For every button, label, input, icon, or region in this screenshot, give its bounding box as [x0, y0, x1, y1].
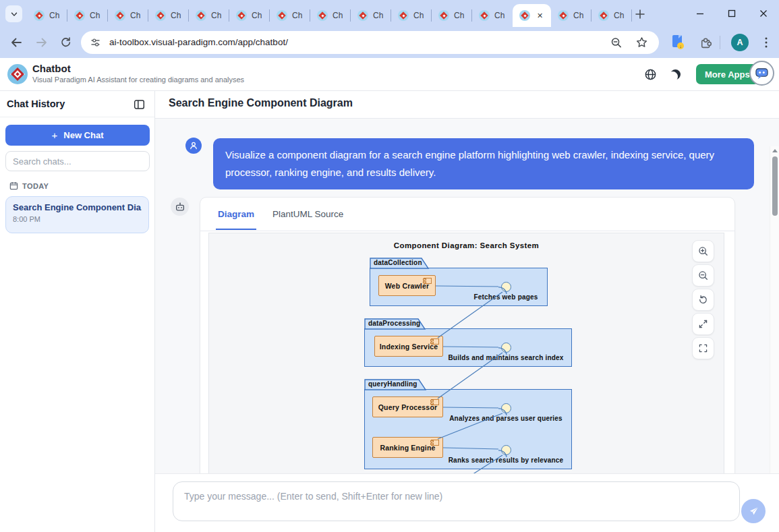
zoom-page-icon[interactable] — [610, 36, 623, 49]
new-tab-button[interactable] — [631, 5, 648, 22]
chat-date-section: TODAY — [9, 181, 49, 190]
doc-badge: ↓ — [677, 42, 684, 49]
tab-title: Ch — [130, 11, 140, 20]
reset-icon — [697, 294, 709, 305]
zoom-in-icon — [697, 245, 709, 257]
tab-title: Ch — [292, 11, 302, 20]
uml-interface-label: Ranks search results by relevance — [449, 456, 564, 464]
uml-package-name: dataCollection — [374, 259, 422, 266]
tab-diagram[interactable]: Diagram — [218, 209, 254, 219]
browser-tab[interactable]: Ch — [189, 4, 229, 27]
window-maximize-button[interactable] — [716, 0, 747, 27]
tab-plantuml-source[interactable]: PlantUML Source — [272, 209, 343, 219]
diagram-canvas[interactable]: dataCollectionWeb CrawlerFetches web pag… — [208, 233, 724, 473]
browser-tab[interactable]: Ch — [67, 4, 108, 27]
uml-interface-circle — [501, 282, 511, 292]
uml-component: Web Crawler — [378, 275, 436, 296]
browser-menu-button[interactable] — [761, 36, 772, 49]
back-button[interactable] — [9, 36, 23, 49]
send-button[interactable] — [741, 499, 766, 523]
tab-title: Ch — [333, 11, 343, 20]
tab-close-icon[interactable]: ✕ — [537, 11, 543, 20]
diagram-title: Component Diagram: Search System — [209, 241, 724, 249]
browser-tab[interactable]: Ch — [472, 4, 513, 27]
chevron-down-icon — [9, 9, 19, 19]
browser-tab[interactable]: Ch — [229, 4, 270, 27]
extensions-puzzle-icon[interactable] — [699, 36, 713, 50]
chatbot-widget-icon[interactable] — [749, 61, 774, 86]
site-settings-icon[interactable] — [90, 37, 101, 49]
address-bar[interactable]: ai-toolbox.visual-paradigm.com/app/chatb… — [81, 31, 659, 54]
browser-tab[interactable]: Ch — [351, 4, 391, 27]
browser-tab[interactable]: Ch — [270, 4, 310, 27]
browser-tab[interactable]: Ch — [391, 4, 432, 27]
fit-expand-button[interactable] — [692, 313, 714, 335]
visual-paradigm-favicon — [438, 10, 449, 21]
fullscreen-button[interactable] — [692, 337, 714, 359]
date-section-label: TODAY — [22, 182, 49, 190]
maximize-icon — [728, 9, 736, 18]
diagram-result-card: Diagram PlantUML Source dataCollectionWe… — [200, 197, 735, 473]
scrollbar-thumb[interactable] — [772, 156, 778, 216]
chat-scrollbar[interactable] — [770, 146, 779, 473]
window-close-button[interactable] — [747, 0, 779, 27]
dark-mode-moon-icon[interactable] — [670, 69, 681, 80]
composer-bar — [155, 473, 779, 532]
assistant-avatar — [171, 198, 189, 216]
browser-tab[interactable]: Ch — [551, 4, 592, 27]
toolbar-divider — [720, 36, 720, 49]
tab-strip: ChChChChChChChChChChChCh✕ChCh — [0, 0, 779, 27]
reload-button[interactable] — [59, 36, 72, 49]
docs-extension-icon[interactable]: ↓ — [672, 35, 684, 49]
zoom-out-icon — [697, 270, 709, 281]
chat-history-item[interactable]: Search Engine Component Dia... 8:00 PM — [5, 196, 149, 233]
visual-paradigm-favicon — [74, 10, 85, 21]
zoom-out-button[interactable] — [692, 264, 714, 287]
forward-arrow-icon — [35, 36, 49, 49]
uml-package-name: queryHandling — [368, 380, 417, 388]
new-chat-button[interactable]: + New Chat — [5, 125, 150, 146]
tab-search-chevron-button[interactable] — [5, 5, 22, 22]
profile-avatar[interactable]: A — [731, 34, 749, 51]
search-chats-input[interactable] — [5, 151, 150, 171]
tab-title: Ch — [614, 11, 624, 20]
scroll-up-arrow[interactable] — [772, 149, 778, 152]
browser-tab[interactable]: Ch — [148, 4, 189, 27]
browser-tab[interactable]: Ch — [310, 4, 351, 27]
collapse-sidebar-button[interactable] — [134, 99, 145, 110]
window-minimize-button[interactable] — [684, 0, 716, 27]
visual-paradigm-favicon — [317, 10, 328, 21]
app-header: Chatbot Visual Paradigm AI Assistant for… — [0, 58, 779, 91]
back-arrow-icon — [9, 36, 23, 49]
tab-title: Ch — [494, 11, 504, 20]
chat-scroll-area[interactable]: Visualize a component diagram for a sear… — [155, 119, 779, 473]
language-globe-icon[interactable] — [644, 68, 657, 81]
app-subtitle: Visual Paradigm AI Assistant for creatin… — [32, 76, 244, 84]
browser-tab[interactable]: Ch — [592, 4, 632, 27]
visual-paradigm-favicon — [479, 10, 490, 21]
user-message-bubble: Visualize a component diagram for a sear… — [213, 138, 754, 189]
message-input[interactable] — [173, 481, 740, 521]
browser-toolbar: ai-toolbox.visual-paradigm.com/app/chatb… — [0, 27, 779, 58]
zoom-in-button[interactable] — [692, 240, 714, 262]
sidebar-divider — [0, 117, 154, 117]
uml-interface-circle — [501, 403, 511, 413]
browser-tab[interactable]: Ch — [108, 4, 148, 27]
window-controls — [684, 0, 779, 27]
uml-component: Ranking Engine — [372, 437, 443, 458]
page-title: Search Engine Component Diagram — [169, 97, 353, 109]
forward-button[interactable] — [35, 36, 49, 49]
bookmark-star-icon[interactable] — [635, 36, 648, 49]
browser-tab-active[interactable]: ✕ — [513, 4, 551, 27]
url-text[interactable]: ai-toolbox.visual-paradigm.com/app/chatb… — [109, 37, 288, 47]
tab-title: Ch — [413, 11, 424, 20]
visual-paradigm-logo — [7, 64, 28, 84]
visual-paradigm-favicon — [115, 10, 125, 21]
browser-tab[interactable]: Ch — [432, 4, 472, 27]
uml-package-name: dataProcessing — [368, 320, 420, 327]
reset-view-button[interactable] — [692, 289, 714, 311]
tab-title: Ch — [573, 11, 583, 20]
fullscreen-icon — [697, 343, 709, 354]
browser-tab[interactable]: Ch — [27, 4, 67, 27]
panel-icon — [134, 99, 145, 110]
